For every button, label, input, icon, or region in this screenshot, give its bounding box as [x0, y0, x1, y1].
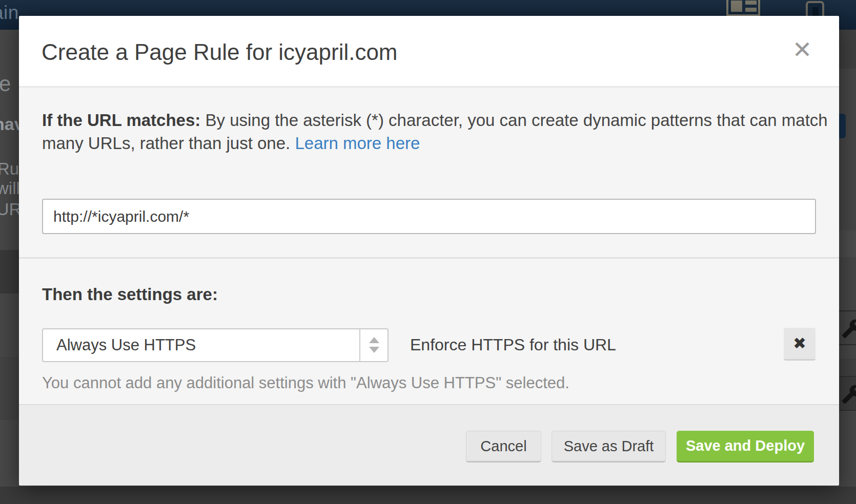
- modal-footer: Cancel Save as Draft Save and Deploy: [19, 404, 839, 486]
- cancel-button[interactable]: Cancel: [466, 431, 541, 463]
- background-text-fragment: will: [0, 179, 20, 198]
- create-page-rule-modal: Create a Page Rule for icyapril.com ✕ If…: [19, 16, 839, 486]
- screen: ain. e hav Ru will UR Create a Page Rule: [0, 0, 856, 504]
- learn-more-link[interactable]: Learn more here: [295, 134, 420, 153]
- close-icon[interactable]: ✕: [788, 35, 817, 64]
- background-text-fragment: Ru: [0, 159, 19, 179]
- url-match-label: If the URL matches:: [42, 111, 200, 130]
- background-text-fragment: UR: [0, 199, 22, 219]
- background-row-band: [0, 420, 19, 488]
- section-divider: [19, 257, 839, 259]
- setting-description: Enforce HTTPS for this URL: [410, 328, 616, 362]
- url-pattern-input[interactable]: [42, 199, 816, 234]
- background-row-band: [0, 487, 856, 504]
- remove-setting-button[interactable]: ✖: [784, 328, 816, 361]
- background-text-fragment: e: [0, 72, 11, 96]
- wrench-icon: [841, 384, 856, 405]
- background-row-band: [0, 250, 19, 293]
- background-row-band: [839, 230, 856, 257]
- url-match-description-line2: many URLs, rather than just one.: [42, 134, 290, 153]
- modal-title: Create a Page Rule for icyapril.com: [42, 39, 398, 65]
- settings-heading: Then the settings are:: [42, 285, 218, 304]
- setting-select-value: Always Use HTTPS: [56, 329, 196, 361]
- save-as-draft-button[interactable]: Save as Draft: [552, 431, 666, 463]
- background-row-band: [839, 30, 856, 69]
- url-match-paragraph: If the URL matches: By using the asteris…: [42, 109, 828, 155]
- wrench-icon: [841, 319, 856, 339]
- save-and-deploy-button[interactable]: Save and Deploy: [677, 431, 814, 463]
- background-row-band: [0, 357, 19, 420]
- layout-icon: [726, 0, 760, 16]
- select-spinner-icon: [359, 329, 388, 361]
- settings-note: You cannot add any additional settings w…: [42, 374, 569, 392]
- url-match-description-line1: By using the asterisk (*) character, you…: [205, 111, 827, 130]
- remove-setting-icon: ✖: [793, 334, 806, 352]
- modal-header: Create a Page Rule for icyapril.com ✕: [19, 16, 839, 88]
- setting-select[interactable]: Always Use HTTPS: [42, 328, 389, 362]
